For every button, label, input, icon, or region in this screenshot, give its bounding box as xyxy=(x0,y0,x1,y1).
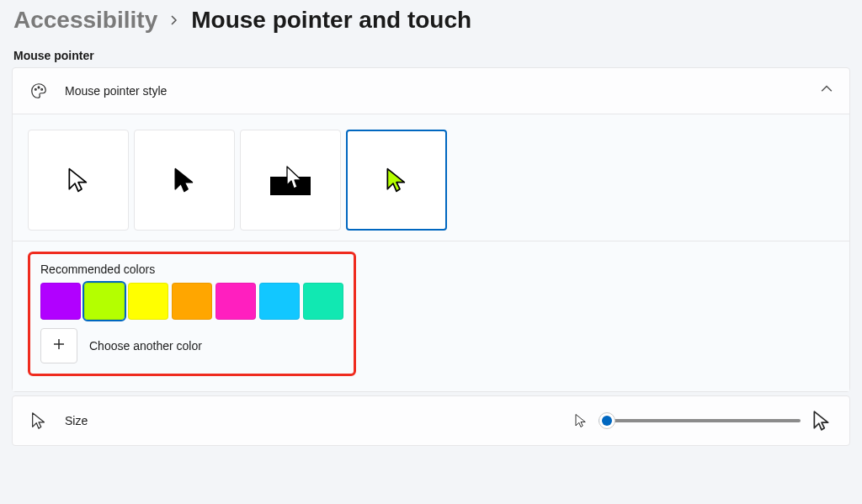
swatch-6[interactable] xyxy=(303,283,343,320)
size-label: Size xyxy=(65,414,573,427)
recommended-colors-title: Recommended colors xyxy=(40,263,343,276)
size-slider[interactable] xyxy=(599,412,801,429)
pointer-style-black[interactable] xyxy=(134,130,235,231)
page-title: Mouse pointer and touch xyxy=(191,7,471,34)
swatch-0[interactable] xyxy=(40,283,81,320)
cursor-inverted-icon xyxy=(263,160,317,200)
palette-icon xyxy=(29,82,48,100)
swatch-2[interactable] xyxy=(128,283,168,320)
swatch-3[interactable] xyxy=(172,283,212,320)
pointer-size-card: Size xyxy=(12,395,850,446)
cursor-max-icon xyxy=(811,410,833,432)
pointer-style-custom[interactable] xyxy=(346,130,447,231)
swatch-4[interactable] xyxy=(216,283,256,320)
cursor-custom-icon xyxy=(383,167,410,194)
recommended-colors-box: Recommended colors Choose another color xyxy=(28,252,356,376)
cursor-min-icon xyxy=(573,413,588,428)
choose-another-button[interactable] xyxy=(40,328,77,363)
size-slider-group xyxy=(573,410,833,432)
svg-point-1 xyxy=(38,87,40,88)
cursor-black-icon xyxy=(171,167,198,194)
pointer-style-inverted[interactable] xyxy=(240,130,341,231)
swatch-row xyxy=(40,283,343,320)
plus-icon xyxy=(52,337,66,354)
choose-another-row: Choose another color xyxy=(40,328,343,363)
slider-thumb[interactable] xyxy=(599,412,615,429)
cursor-small-icon xyxy=(29,411,48,430)
section-label: Mouse pointer xyxy=(0,49,862,67)
svg-point-0 xyxy=(35,88,36,90)
pointer-style-white[interactable] xyxy=(28,130,129,231)
pointer-style-title: Mouse pointer style xyxy=(65,84,821,98)
chevron-up-icon[interactable] xyxy=(821,83,833,98)
svg-point-2 xyxy=(41,88,43,90)
choose-another-label: Choose another color xyxy=(89,339,202,353)
breadcrumb-parent[interactable]: Accessibility xyxy=(13,7,157,34)
pointer-color-section: Recommended colors Choose another color xyxy=(13,241,849,391)
pointer-style-card: Mouse pointer style xyxy=(12,67,850,392)
pointer-style-header[interactable]: Mouse pointer style xyxy=(13,68,849,114)
swatch-1[interactable] xyxy=(84,283,125,320)
cursor-white-icon xyxy=(65,167,92,194)
chevron-right-icon xyxy=(169,12,179,29)
swatch-5[interactable] xyxy=(259,283,300,320)
breadcrumb: Accessibility Mouse pointer and touch xyxy=(0,0,862,49)
pointer-style-options xyxy=(13,114,849,241)
